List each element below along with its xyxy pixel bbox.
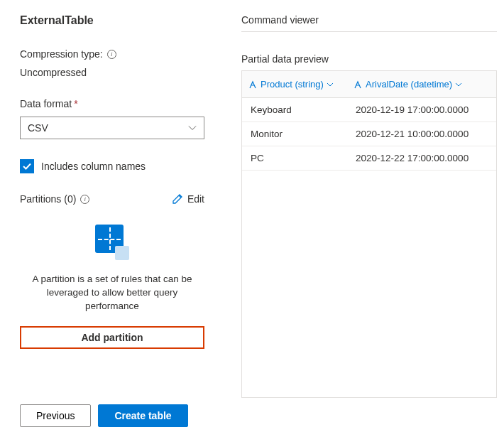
cell-date: 2020-12-21 10:00:00.0000 (347, 129, 496, 139)
compression-label: Compression type: (20, 48, 103, 60)
table-row[interactable]: PC 2020-12-22 17:00:00.0000 (242, 146, 496, 171)
data-table: Product (string) ArivalDate (datetime) K… (241, 70, 497, 398)
partition-tiles-icon (95, 225, 129, 261)
partitions-header: Partitions (0) i Edit (20, 193, 204, 205)
info-icon[interactable]: i (80, 195, 89, 204)
info-icon[interactable]: i (107, 50, 116, 59)
table-row[interactable]: Monitor 2020-12-21 10:00:00.0000 (242, 122, 496, 146)
checkmark-icon (22, 161, 32, 171)
partition-description: A partition is a set of rules that can b… (20, 273, 204, 313)
dataformat-label-row: Data format * (20, 98, 221, 109)
chevron-down-icon (455, 81, 462, 88)
dataformat-value: CSV (28, 122, 48, 134)
compression-value: Uncompressed (20, 67, 221, 78)
command-viewer-header[interactable]: Command viewer (241, 14, 497, 32)
compression-label-row: Compression type: i (20, 48, 221, 60)
table-empty-area (242, 171, 496, 398)
includes-label: Includes column names (41, 161, 146, 172)
cell-date: 2020-12-19 17:00:00.0000 (347, 104, 496, 115)
table-row[interactable]: Keyboard 2020-12-19 17:00:00.0000 (242, 98, 496, 122)
pencil-icon (172, 193, 183, 205)
cell-product: Monitor (242, 129, 347, 139)
table-header: Product (string) ArivalDate (datetime) (242, 71, 496, 98)
chevron-down-icon (188, 124, 197, 132)
dataformat-select[interactable]: CSV (20, 117, 204, 139)
cell-product: Keyboard (242, 104, 347, 115)
config-panel: ExternalTable Compression type: i Uncomp… (0, 0, 241, 437)
page-title: ExternalTable (20, 14, 221, 27)
preview-panel: Command viewer Partial data preview Prod… (241, 0, 504, 437)
dataformat-label: Data format (20, 98, 72, 109)
includes-column-names-row: Includes column names (20, 159, 221, 173)
column-header-arivaldate[interactable]: ArivalDate (datetime) (347, 79, 496, 90)
includes-checkbox[interactable] (20, 159, 34, 173)
required-star: * (74, 98, 77, 109)
partitions-label: Partitions (0) (20, 193, 76, 205)
wizard-buttons: Previous Create table (20, 404, 221, 427)
edit-label: Edit (187, 193, 204, 205)
column-header-product[interactable]: Product (string) (242, 79, 347, 90)
add-partition-button[interactable]: Add partition (20, 326, 204, 349)
cell-product: PC (242, 153, 347, 163)
type-icon (354, 80, 363, 89)
chevron-down-icon (327, 81, 334, 88)
edit-partitions-button[interactable]: Edit (172, 193, 204, 205)
type-icon (249, 80, 258, 89)
create-table-button[interactable]: Create table (98, 404, 187, 427)
previous-button[interactable]: Previous (20, 404, 91, 427)
partition-illustration: A partition is a set of rules that can b… (20, 225, 204, 349)
cell-date: 2020-12-22 17:00:00.0000 (347, 153, 496, 163)
preview-title: Partial data preview (241, 53, 497, 65)
